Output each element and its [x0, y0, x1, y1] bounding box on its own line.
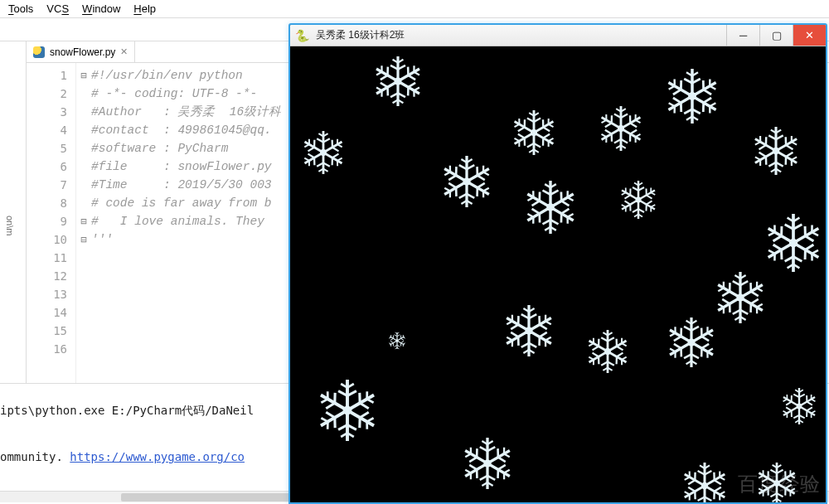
line-numbers: 12345678910111213141516 [27, 63, 76, 383]
pygame-titlebar[interactable]: 🐍 吴秀柔 16级计科2班 ─ ▢ ✕ [290, 25, 826, 46]
menu-window[interactable]: Window [77, 2, 125, 15]
code-line: # -*- coding: UTF-8 -*- [91, 87, 257, 100]
snowflake-icon [510, 109, 558, 157]
code-line: #file : snowFlower.py [91, 160, 272, 173]
pygame-title: 吴秀柔 16级计科2班 [316, 28, 405, 42]
snowflake-icon [439, 154, 494, 209]
code-line: ''' [91, 233, 113, 246]
menu-bar: Tools VCS Window Help [0, 0, 829, 18]
snowflake-icon [371, 55, 424, 108]
snowflake-icon [779, 386, 819, 426]
menu-vcs[interactable]: VCS [41, 2, 74, 15]
snowflake-icon [665, 316, 718, 369]
snowflake-icon [502, 303, 556, 358]
tab-snowflower[interactable]: snowFlower.py ✕ [27, 41, 135, 62]
fold-column: ⊟⊟⊟ [76, 63, 91, 383]
left-gutter: on\m [0, 41, 27, 383]
snowflake-icon [315, 378, 380, 443]
code-line: # code is far away from b [91, 196, 272, 210]
code-line: # I love animals. They [91, 215, 272, 228]
scroll-thumb[interactable] [121, 493, 303, 502]
snowflake-icon [584, 328, 631, 375]
snowflake-icon [387, 331, 407, 351]
left-rail-label: on\m [0, 41, 26, 235]
minimize-button[interactable]: ─ [726, 25, 759, 46]
pygame-link[interactable]: https://www.pygame.org/co [70, 450, 245, 463]
pygame-icon: 🐍 [295, 29, 309, 42]
snowflake-icon [763, 212, 824, 274]
window-buttons: ─ ▢ ✕ [726, 25, 826, 46]
tab-label: snowFlower.py [50, 46, 115, 58]
code-line: #Time : 2019/5/30 003 [91, 178, 272, 191]
close-tab-icon[interactable]: ✕ [120, 46, 128, 57]
watermark: 百度经验 [738, 471, 821, 497]
code-line: #Author : 吴秀柔 16级计科 [91, 105, 281, 119]
snowflake-icon [300, 129, 347, 176]
close-window-button[interactable]: ✕ [793, 25, 826, 46]
pygame-window: 🐍 吴秀柔 16级计科2班 ─ ▢ ✕ [288, 23, 827, 504]
snowflake-icon [750, 125, 802, 177]
snowflake-icon [522, 179, 579, 235]
code-line: #!/usr/bin/env python [91, 69, 243, 82]
snowflake-icon [680, 461, 730, 504]
snowflake-icon [460, 436, 515, 491]
code-line: #contact : 499861045@qq. [91, 124, 272, 137]
snowflake-icon [663, 67, 721, 125]
maximize-button[interactable]: ▢ [759, 25, 793, 46]
snowflake-icon [713, 270, 768, 325]
pygame-canvas[interactable] [290, 46, 826, 502]
menu-tools[interactable]: Tools [3, 2, 38, 15]
code-line: #software : PyCharm [91, 142, 228, 155]
menu-help[interactable]: Help [128, 2, 161, 15]
snowflake-icon [618, 179, 659, 220]
snowflake-icon [597, 104, 645, 153]
python-file-icon [33, 46, 45, 58]
